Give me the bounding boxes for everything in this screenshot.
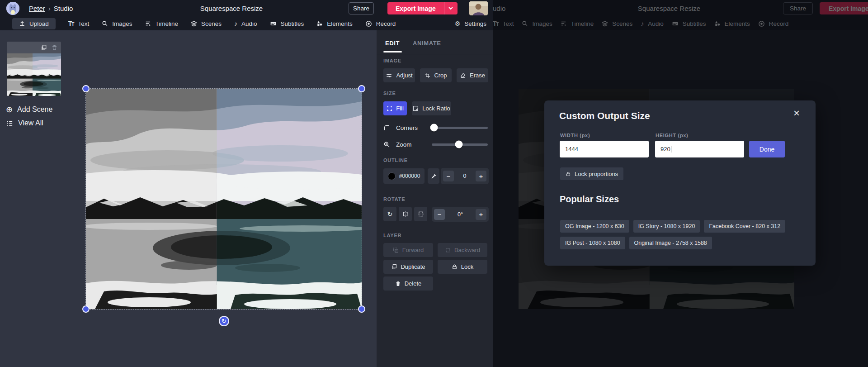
close-icon: ×: [793, 107, 800, 119]
width-input[interactable]: 1444: [560, 141, 649, 157]
forward-label: Forward: [402, 247, 424, 253]
popular-sizes-list: OG Image - 1200 x 630 IG Story - 1080 x …: [560, 220, 804, 249]
toolbar-label: Upload: [29, 20, 49, 27]
outline-color-button[interactable]: #000000: [383, 168, 425, 184]
adjust-button[interactable]: Adjust: [383, 68, 415, 82]
share-button[interactable]: Share: [349, 2, 374, 14]
toolbar-item-settings[interactable]: ⚙ Settings: [455, 17, 486, 30]
delete-label: Delete: [405, 280, 422, 287]
width-field-label: WIDTH (px): [560, 133, 590, 138]
main-toolbar: Upload TT Text Images Timeline Scenes ♪ …: [0, 17, 493, 30]
size-chip-ig-story[interactable]: IG Story - 1080 x 1920: [633, 220, 700, 233]
project-title[interactable]: Squarespace Resize: [200, 5, 263, 12]
toolbar-label: Text: [78, 20, 89, 27]
delete-button[interactable]: Delete: [383, 276, 433, 291]
zoom-slider-thumb[interactable]: [455, 141, 462, 148]
layer-backward-button[interactable]: Backward: [438, 243, 487, 257]
toolbar-item-audio[interactable]: ♪ Audio: [234, 20, 257, 27]
rotate-section-label: ROTATE: [383, 196, 405, 202]
view-all-button[interactable]: View All: [6, 119, 43, 127]
scene-thumbnail[interactable]: [7, 42, 61, 96]
resize-handle-top-right[interactable]: [358, 85, 365, 92]
lock-button[interactable]: Lock: [438, 260, 487, 274]
done-button[interactable]: Done: [749, 141, 785, 157]
rotate-arrows-icon: ↻: [222, 318, 226, 324]
crop-button[interactable]: Crop: [420, 68, 452, 82]
canvas-workspace: ⊕ Add Scene View All ↻: [0, 30, 377, 367]
list-icon: [6, 120, 14, 127]
delete-scene-icon[interactable]: [52, 44, 57, 51]
lock-ratio-button[interactable]: Lock Ratio: [412, 101, 451, 115]
trash-icon: [395, 281, 401, 287]
scene-thumbnail-image: [7, 53, 61, 96]
send-backward-icon: [445, 247, 451, 253]
flip-vertical-button[interactable]: [414, 207, 427, 221]
resize-handle-bottom-right[interactable]: [358, 305, 365, 313]
fill-button[interactable]: Fill: [383, 101, 407, 115]
rotate-increase-button[interactable]: +: [476, 209, 486, 220]
export-image-label[interactable]: Export Image: [387, 5, 444, 12]
height-value: 920: [660, 146, 670, 153]
toolbar-item-elements[interactable]: Elements: [316, 20, 352, 27]
breadcrumb-workspace-link[interactable]: Peter: [29, 5, 45, 12]
size-chip-ig-post[interactable]: IG Post - 1080 x 1080: [560, 237, 625, 249]
flip-horizontal-button[interactable]: [399, 207, 412, 221]
timeline-icon: [145, 20, 151, 27]
popular-sizes-title: Popular Sizes: [560, 194, 619, 205]
corners-slider[interactable]: [432, 127, 488, 129]
tab-animate[interactable]: ANIMATE: [413, 40, 441, 47]
add-scene-button[interactable]: ⊕ Add Scene: [6, 105, 52, 114]
toolbar-item-text[interactable]: TT Text: [68, 20, 89, 27]
lock-proportions-button[interactable]: Lock proportions: [560, 167, 623, 180]
outline-width-increase-button[interactable]: +: [476, 171, 486, 181]
canvas-selected-image[interactable]: ↻: [86, 89, 362, 309]
erase-label: Erase: [470, 72, 485, 79]
duplicate-icon: [391, 264, 397, 270]
main-editor-window: Peter › Studio Squarespace Resize Share …: [0, 0, 493, 367]
toolbar-item-scenes[interactable]: Scenes: [191, 20, 222, 27]
layer-forward-button[interactable]: Forward: [383, 243, 433, 257]
resize-handle-top-left[interactable]: [82, 85, 90, 92]
modal-close-button[interactable]: ×: [793, 108, 800, 119]
backward-label: Backward: [454, 247, 480, 253]
resize-handle-bottom-left[interactable]: [82, 305, 90, 313]
toolbar-label: Subtitles: [281, 20, 304, 27]
toolbar-item-record[interactable]: Record: [365, 20, 396, 27]
app-screen: Peter › Studio Squarespace Resize Share …: [0, 0, 868, 367]
toolbar-item-upload[interactable]: Upload: [12, 18, 56, 29]
rotate-90-button[interactable]: ↻: [383, 207, 396, 221]
rotate-handle[interactable]: ↻: [219, 316, 229, 326]
toolbar-item-timeline[interactable]: Timeline: [145, 20, 179, 27]
layers-icon: [191, 20, 197, 27]
zoom-label-group: Zoom: [383, 141, 432, 148]
text-icon: TT: [68, 20, 74, 27]
user-avatar[interactable]: [469, 1, 488, 15]
view-all-label: View All: [18, 119, 43, 127]
panel-divider: [377, 54, 493, 54]
toolbar-item-subtitles[interactable]: Subtitles: [270, 20, 304, 27]
breadcrumb: Peter › Studio: [29, 5, 73, 12]
gear-icon: ⚙: [455, 20, 461, 27]
eyedropper-button[interactable]: [428, 168, 439, 184]
cat-avatar-icon: [6, 2, 19, 15]
layer-section-label: LAYER: [383, 233, 401, 238]
export-image-button[interactable]: Export Image: [387, 2, 458, 14]
height-input[interactable]: 920: [655, 141, 744, 157]
duplicate-button[interactable]: Duplicate: [383, 260, 433, 274]
size-chip-og-image[interactable]: OG Image - 1200 x 630: [560, 220, 629, 233]
size-chip-facebook-cover[interactable]: Facebook Cover - 820 x 312: [704, 220, 785, 233]
outline-width-decrease-button[interactable]: −: [443, 171, 454, 181]
zoom-slider[interactable]: [432, 143, 488, 146]
size-chip-original-image[interactable]: Original Image - 2758 x 1588: [629, 237, 712, 249]
toolbar-item-images[interactable]: Images: [102, 20, 132, 27]
erase-button[interactable]: Erase: [457, 68, 488, 82]
corners-slider-thumb[interactable]: [430, 124, 438, 132]
workspace-avatar[interactable]: [6, 2, 19, 15]
export-options-caret[interactable]: [444, 2, 458, 14]
rotate-angle-value: 0°: [458, 211, 463, 218]
duplicate-scene-icon[interactable]: [41, 44, 47, 51]
rotate-decrease-button[interactable]: −: [434, 209, 445, 220]
zoom-magnifier-icon: [383, 141, 390, 148]
toolbar-label: Timeline: [156, 20, 179, 27]
tab-edit[interactable]: EDIT: [385, 40, 400, 47]
